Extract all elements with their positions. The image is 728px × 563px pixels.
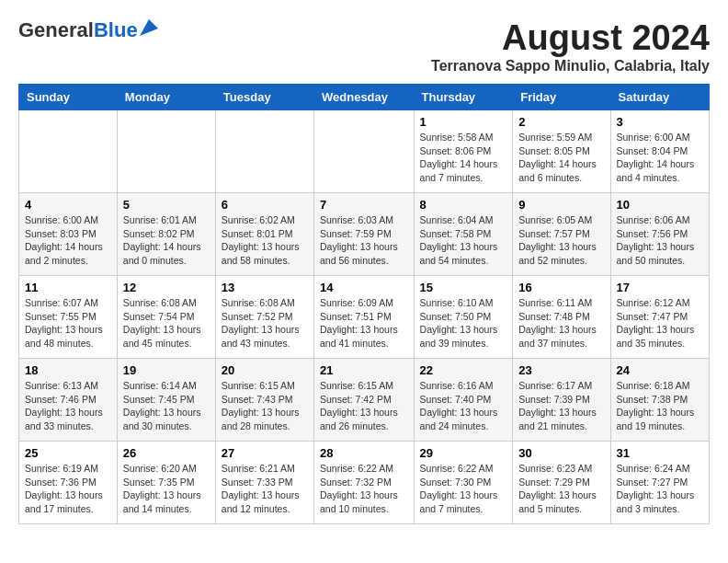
day-number: 18 xyxy=(25,363,111,377)
day-number: 27 xyxy=(222,446,308,460)
day-info: Sunrise: 6:22 AMSunset: 7:32 PMDaylight:… xyxy=(320,462,408,516)
day-number: 25 xyxy=(25,446,111,460)
calendar-week-row: 1Sunrise: 5:58 AMSunset: 8:06 PMDaylight… xyxy=(19,110,710,193)
day-info: Sunrise: 6:00 AMSunset: 8:04 PMDaylight:… xyxy=(617,131,703,185)
day-info: Sunrise: 6:21 AMSunset: 7:33 PMDaylight:… xyxy=(222,462,308,516)
day-number: 16 xyxy=(518,281,604,294)
calendar-cell: 10Sunrise: 6:06 AMSunset: 7:56 PMDayligh… xyxy=(610,193,709,276)
calendar-cell: 13Sunrise: 6:08 AMSunset: 7:52 PMDayligh… xyxy=(215,276,313,359)
day-number: 19 xyxy=(123,363,210,377)
header-sunday: Sunday xyxy=(19,85,118,110)
day-number: 12 xyxy=(123,281,210,294)
day-info: Sunrise: 6:10 AMSunset: 7:50 PMDaylight:… xyxy=(420,296,507,350)
day-info: Sunrise: 6:09 AMSunset: 7:51 PMDaylight:… xyxy=(320,296,408,350)
calendar-cell: 26Sunrise: 6:20 AMSunset: 7:35 PMDayligh… xyxy=(117,442,215,524)
calendar-cell: 27Sunrise: 6:21 AMSunset: 7:33 PMDayligh… xyxy=(215,442,313,524)
calendar-cell: 16Sunrise: 6:11 AMSunset: 7:48 PMDayligh… xyxy=(513,276,610,359)
title-section: August 2024 Terranova Sappo Minulio, Cal… xyxy=(431,18,710,75)
calendar-cell: 2Sunrise: 5:59 AMSunset: 8:05 PMDaylight… xyxy=(513,110,610,193)
header-wednesday: Wednesday xyxy=(314,85,415,110)
header-thursday: Thursday xyxy=(414,85,513,110)
calendar-week-row: 11Sunrise: 6:07 AMSunset: 7:55 PMDayligh… xyxy=(19,276,710,359)
day-number: 28 xyxy=(320,446,408,460)
calendar-cell: 19Sunrise: 6:14 AMSunset: 7:45 PMDayligh… xyxy=(117,359,215,442)
day-info: Sunrise: 6:14 AMSunset: 7:45 PMDaylight:… xyxy=(123,379,210,433)
day-info: Sunrise: 6:08 AMSunset: 7:54 PMDaylight:… xyxy=(123,296,210,350)
calendar-week-row: 4Sunrise: 6:00 AMSunset: 8:03 PMDaylight… xyxy=(19,193,710,276)
day-info: Sunrise: 6:15 AMSunset: 7:43 PMDaylight:… xyxy=(222,379,308,433)
day-info: Sunrise: 6:17 AMSunset: 7:39 PMDaylight:… xyxy=(518,379,604,433)
day-info: Sunrise: 6:05 AMSunset: 7:57 PMDaylight:… xyxy=(518,213,604,268)
calendar-cell: 1Sunrise: 5:58 AMSunset: 8:06 PMDaylight… xyxy=(414,110,513,193)
month-title: August 2024 xyxy=(431,18,710,58)
calendar-cell: 15Sunrise: 6:10 AMSunset: 7:50 PMDayligh… xyxy=(414,276,513,359)
calendar-cell: 5Sunrise: 6:01 AMSunset: 8:02 PMDaylight… xyxy=(117,193,215,276)
svg-marker-0 xyxy=(140,19,158,36)
day-number: 10 xyxy=(617,198,703,212)
calendar-header-row: SundayMondayTuesdayWednesdayThursdayFrid… xyxy=(19,85,710,110)
day-number: 20 xyxy=(222,363,308,377)
day-info: Sunrise: 6:24 AMSunset: 7:27 PMDaylight:… xyxy=(617,462,703,516)
day-info: Sunrise: 6:04 AMSunset: 7:58 PMDaylight:… xyxy=(420,213,507,268)
day-info: Sunrise: 6:03 AMSunset: 7:59 PMDaylight:… xyxy=(320,213,408,268)
calendar-cell: 4Sunrise: 6:00 AMSunset: 8:03 PMDaylight… xyxy=(19,193,118,276)
logo-general-text: General xyxy=(18,18,94,42)
day-number: 9 xyxy=(518,198,604,212)
day-info: Sunrise: 6:06 AMSunset: 7:56 PMDaylight:… xyxy=(617,213,703,268)
day-info: Sunrise: 6:12 AMSunset: 7:47 PMDaylight:… xyxy=(617,296,703,350)
calendar-cell: 18Sunrise: 6:13 AMSunset: 7:46 PMDayligh… xyxy=(19,359,118,442)
day-number: 24 xyxy=(617,363,703,377)
day-info: Sunrise: 6:00 AMSunset: 8:03 PMDaylight:… xyxy=(25,213,111,268)
day-info: Sunrise: 6:01 AMSunset: 8:02 PMDaylight:… xyxy=(123,213,210,268)
calendar-cell: 28Sunrise: 6:22 AMSunset: 7:32 PMDayligh… xyxy=(314,442,415,524)
day-number: 30 xyxy=(518,446,604,460)
calendar-cell xyxy=(117,110,215,193)
calendar-cell: 23Sunrise: 6:17 AMSunset: 7:39 PMDayligh… xyxy=(513,359,610,442)
day-number: 11 xyxy=(25,281,111,294)
day-info: Sunrise: 6:11 AMSunset: 7:48 PMDaylight:… xyxy=(518,296,604,350)
calendar-cell xyxy=(19,110,118,193)
location: Terranova Sappo Minulio, Calabria, Italy xyxy=(431,58,710,75)
day-number: 14 xyxy=(320,281,408,294)
day-number: 23 xyxy=(518,363,604,377)
logo: General Blue xyxy=(18,18,158,42)
day-info: Sunrise: 6:16 AMSunset: 7:40 PMDaylight:… xyxy=(420,379,507,433)
calendar-week-row: 18Sunrise: 6:13 AMSunset: 7:46 PMDayligh… xyxy=(19,359,710,442)
day-number: 13 xyxy=(222,281,308,294)
day-number: 26 xyxy=(123,446,210,460)
calendar-cell: 17Sunrise: 6:12 AMSunset: 7:47 PMDayligh… xyxy=(610,276,709,359)
day-info: Sunrise: 6:13 AMSunset: 7:46 PMDaylight:… xyxy=(25,379,111,433)
calendar-cell xyxy=(314,110,415,193)
day-number: 7 xyxy=(320,198,408,212)
header-friday: Friday xyxy=(513,85,610,110)
header-monday: Monday xyxy=(117,85,215,110)
calendar-cell: 7Sunrise: 6:03 AMSunset: 7:59 PMDaylight… xyxy=(314,193,415,276)
calendar-cell: 6Sunrise: 6:02 AMSunset: 8:01 PMDaylight… xyxy=(215,193,313,276)
day-number: 4 xyxy=(25,198,111,212)
calendar-cell: 31Sunrise: 6:24 AMSunset: 7:27 PMDayligh… xyxy=(610,442,709,524)
calendar-table: SundayMondayTuesdayWednesdayThursdayFrid… xyxy=(18,84,710,524)
day-info: Sunrise: 6:19 AMSunset: 7:36 PMDaylight:… xyxy=(25,462,111,516)
calendar-cell: 12Sunrise: 6:08 AMSunset: 7:54 PMDayligh… xyxy=(117,276,215,359)
header-saturday: Saturday xyxy=(610,85,709,110)
calendar-cell: 11Sunrise: 6:07 AMSunset: 7:55 PMDayligh… xyxy=(19,276,118,359)
day-number: 21 xyxy=(320,363,408,377)
day-number: 29 xyxy=(420,446,507,460)
day-number: 8 xyxy=(420,198,507,212)
day-number: 1 xyxy=(420,115,507,129)
day-number: 2 xyxy=(518,115,604,129)
day-info: Sunrise: 6:18 AMSunset: 7:38 PMDaylight:… xyxy=(617,379,703,433)
day-number: 31 xyxy=(617,446,703,460)
day-info: Sunrise: 6:02 AMSunset: 8:01 PMDaylight:… xyxy=(222,213,308,268)
calendar-week-row: 25Sunrise: 6:19 AMSunset: 7:36 PMDayligh… xyxy=(19,442,710,524)
calendar-cell: 14Sunrise: 6:09 AMSunset: 7:51 PMDayligh… xyxy=(314,276,415,359)
calendar-cell: 29Sunrise: 6:22 AMSunset: 7:30 PMDayligh… xyxy=(414,442,513,524)
day-info: Sunrise: 5:58 AMSunset: 8:06 PMDaylight:… xyxy=(420,131,507,185)
day-info: Sunrise: 6:08 AMSunset: 7:52 PMDaylight:… xyxy=(222,296,308,350)
calendar-cell: 21Sunrise: 6:15 AMSunset: 7:42 PMDayligh… xyxy=(314,359,415,442)
calendar-cell: 20Sunrise: 6:15 AMSunset: 7:43 PMDayligh… xyxy=(215,359,313,442)
day-info: Sunrise: 6:07 AMSunset: 7:55 PMDaylight:… xyxy=(25,296,111,350)
calendar-cell: 9Sunrise: 6:05 AMSunset: 7:57 PMDaylight… xyxy=(513,193,610,276)
day-info: Sunrise: 6:15 AMSunset: 7:42 PMDaylight:… xyxy=(320,379,408,433)
calendar-cell: 3Sunrise: 6:00 AMSunset: 8:04 PMDaylight… xyxy=(610,110,709,193)
